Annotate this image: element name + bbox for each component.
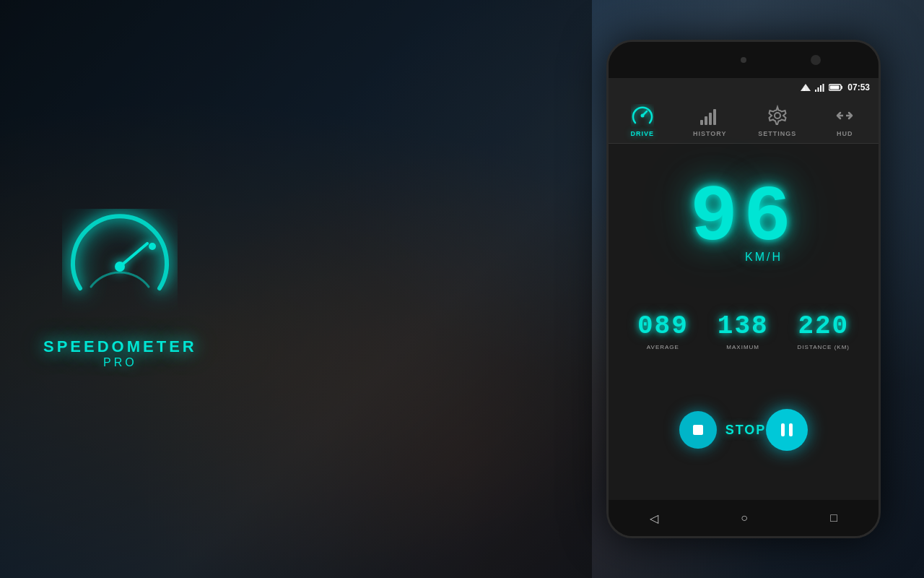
tab-hud[interactable]: HUD	[811, 97, 879, 143]
status-time: 07:53	[847, 82, 870, 92]
hud-tab-icon	[833, 104, 856, 127]
signal-icon	[800, 83, 811, 92]
phone-speaker	[811, 55, 821, 65]
app-name: SPEEDOMETER PRO	[43, 337, 197, 369]
svg-rect-8	[823, 84, 824, 92]
speed-main: 96 KM/H	[690, 178, 797, 264]
settings-tab-label: SETTINGS	[758, 130, 796, 137]
stat-maximum: 138 MAXIMUM	[718, 311, 769, 350]
average-value: 089	[637, 311, 689, 341]
history-tab-icon	[698, 104, 721, 127]
drive-tab-label: DRIVE	[630, 130, 654, 137]
stats-row: 089 AVERAGE 138 MAXIMUM 220 DISTANCE (KM…	[616, 304, 871, 358]
maximum-value: 138	[718, 311, 769, 341]
drive-tab-icon	[631, 104, 654, 127]
controls-row: STOP	[665, 398, 823, 465]
svg-rect-23	[789, 423, 793, 436]
phone-bottom-bar: ◁ ○ □	[609, 500, 879, 536]
phone-camera	[741, 57, 746, 63]
bars-icon	[814, 83, 826, 92]
svg-rect-6	[818, 87, 819, 92]
nav-tabs: DRIVE HISTORY	[609, 97, 879, 144]
battery-icon	[829, 83, 843, 92]
home-button[interactable]: ○	[741, 512, 748, 525]
status-icons	[800, 83, 843, 92]
status-bar: 07:53	[609, 78, 879, 97]
stop-icon	[679, 411, 717, 449]
history-tab-label: HISTORY	[693, 130, 727, 137]
svg-point-2	[149, 243, 156, 250]
svg-marker-3	[801, 84, 811, 91]
pause-button[interactable]	[766, 409, 808, 451]
current-speed-value: 96	[690, 178, 797, 258]
stat-average: 089 AVERAGE	[637, 311, 689, 350]
tab-history[interactable]: HISTORY	[676, 97, 744, 143]
tab-drive[interactable]: DRIVE	[609, 97, 676, 143]
svg-point-1	[115, 262, 125, 272]
svg-line-0	[120, 243, 147, 267]
maximum-label: MAXIMUM	[726, 344, 759, 350]
svg-rect-14	[700, 120, 703, 125]
svg-rect-16	[709, 113, 712, 125]
stat-distance: 220 DISTANCE (KM)	[798, 311, 850, 350]
svg-rect-11	[830, 86, 840, 90]
stop-label: STOP	[725, 423, 767, 438]
distance-label: DISTANCE (KM)	[798, 344, 850, 350]
svg-rect-10	[841, 86, 842, 89]
svg-rect-7	[820, 85, 821, 92]
svg-rect-22	[781, 423, 785, 436]
svg-rect-15	[705, 116, 707, 125]
svg-rect-17	[713, 109, 716, 125]
app-subtitle-label: PRO	[43, 356, 197, 369]
settings-tab-icon	[766, 104, 789, 127]
app-name-label: SPEEDOMETER	[43, 337, 197, 356]
speed-unit-label: KM/H	[745, 251, 783, 264]
svg-point-13	[640, 114, 644, 118]
back-button[interactable]: ◁	[650, 512, 658, 525]
phone-device: 07:53 DRIVE	[606, 40, 881, 538]
recents-button[interactable]: □	[830, 512, 837, 525]
speed-display-area: 96 KM/H 089 AVERAGE 138 MAXIMUM 220 DIST…	[609, 144, 879, 500]
tab-settings[interactable]: SETTINGS	[744, 97, 811, 143]
hud-tab-label: HUD	[837, 130, 853, 137]
svg-rect-21	[693, 425, 703, 435]
svg-rect-5	[815, 90, 816, 92]
app-logo-container: SPEEDOMETER PRO	[43, 209, 197, 369]
stop-button[interactable]: STOP	[679, 411, 767, 449]
app-screen: DRIVE HISTORY	[609, 97, 879, 500]
distance-value: 220	[798, 311, 849, 341]
svg-point-18	[775, 113, 780, 118]
phone-top-bar	[609, 42, 879, 78]
average-label: AVERAGE	[647, 344, 679, 350]
app-logo-icon	[62, 209, 178, 324]
